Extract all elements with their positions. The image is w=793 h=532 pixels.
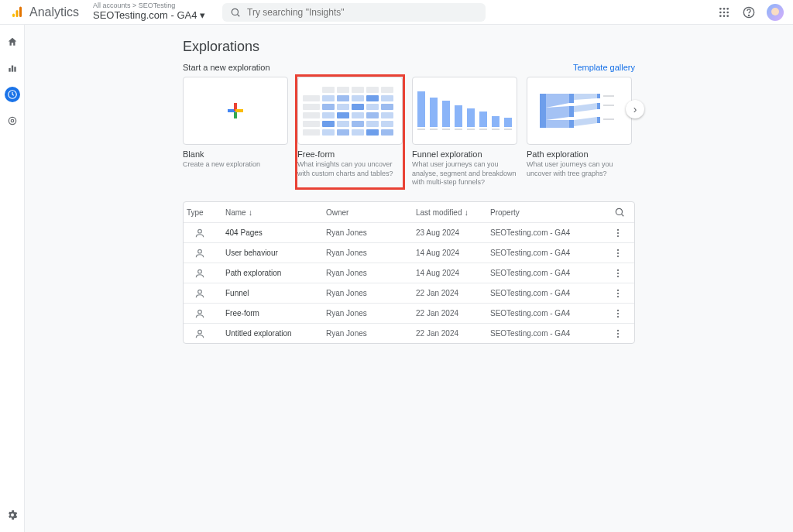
brand-name: Analytics — [29, 5, 79, 19]
table-search-icon[interactable] — [614, 207, 631, 218]
row-more-menu[interactable] — [613, 268, 631, 279]
template-gallery-link[interactable]: Template gallery — [573, 63, 635, 72]
svg-point-55 — [617, 309, 619, 311]
template-card-freeform[interactable]: Free-form What insights can you uncover … — [297, 77, 403, 187]
th-name[interactable]: Name↓ — [225, 208, 326, 217]
template-title: Path exploration — [527, 149, 632, 159]
svg-point-21 — [9, 117, 15, 124]
svg-rect-32 — [597, 117, 600, 123]
help-icon[interactable] — [742, 5, 756, 19]
svg-rect-26 — [540, 94, 546, 128]
template-thumb-freeform — [297, 77, 403, 145]
row-owner: Ryan Jones — [326, 289, 416, 297]
svg-rect-0 — [12, 13, 15, 17]
row-property: SEOTesting.com - GA4 — [490, 289, 603, 297]
template-card-path[interactable]: Path exploration What user journeys can … — [527, 77, 632, 187]
table-row[interactable]: Untitled explorationRyan Jones22 Jan 202… — [184, 323, 634, 343]
th-modified[interactable]: Last modified↓ — [416, 208, 490, 217]
template-thumb-blank — [183, 77, 288, 145]
svg-rect-35 — [603, 118, 614, 120]
search-bar[interactable] — [222, 3, 486, 22]
search-input[interactable] — [247, 7, 478, 18]
row-name: Free-form — [225, 309, 326, 317]
svg-point-60 — [617, 333, 619, 335]
svg-point-43 — [617, 249, 619, 250]
apps-icon[interactable] — [717, 5, 731, 19]
table-row[interactable]: 404 PagesRyan Jones23 Aug 2024SEOTesting… — [184, 222, 634, 242]
row-modified: 22 Jan 2024 — [416, 329, 490, 338]
svg-point-13 — [726, 15, 729, 17]
account-switcher[interactable]: All accounts > SEOTesting SEOTesting.com… — [93, 2, 205, 21]
svg-rect-28 — [569, 106, 574, 117]
row-owner: Ryan Jones — [326, 329, 416, 338]
page-title: Explorations — [183, 39, 635, 55]
svg-point-38 — [198, 229, 202, 233]
template-thumb-funnel — [412, 77, 517, 145]
person-icon — [187, 228, 205, 239]
template-title: Free-form — [297, 149, 403, 159]
svg-rect-30 — [597, 94, 600, 98]
row-name: User behaviour — [225, 249, 326, 257]
svg-point-45 — [617, 256, 619, 257]
row-more-menu[interactable] — [613, 288, 631, 299]
table-header: Type Name↓ Owner Last modified↓ Property — [184, 202, 634, 222]
row-modified: 14 Aug 2024 — [416, 249, 490, 257]
svg-rect-34 — [603, 105, 614, 106]
svg-point-57 — [617, 316, 619, 317]
row-name: Untitled exploration — [225, 329, 326, 338]
template-desc: What user journeys can you analyse, segm… — [412, 160, 517, 187]
nav-home-icon[interactable] — [5, 34, 20, 50]
template-card-funnel[interactable]: Funnel exploration What user journeys ca… — [412, 77, 517, 187]
svg-point-58 — [198, 330, 202, 334]
svg-line-37 — [622, 215, 624, 217]
nav-explore-icon[interactable] — [5, 87, 20, 102]
row-name: 404 Pages — [225, 228, 326, 237]
th-type[interactable]: Type — [187, 208, 225, 217]
main-content: Explorations Start a new exploration Tem… — [25, 25, 793, 532]
svg-point-53 — [617, 296, 619, 297]
svg-point-52 — [617, 293, 619, 294]
row-property: SEOTesting.com - GA4 — [490, 249, 603, 257]
th-property[interactable]: Property — [490, 208, 603, 217]
nav-advertising-icon[interactable] — [5, 113, 20, 129]
template-cards: Blank Create a new exploration — [183, 77, 635, 187]
template-desc: Create a new exploration — [183, 160, 288, 170]
search-icon — [230, 7, 241, 18]
svg-point-54 — [198, 310, 202, 314]
th-owner[interactable]: Owner — [326, 208, 416, 217]
table-row[interactable]: Path explorationRyan Jones14 Aug 2024SEO… — [184, 263, 634, 283]
table-row[interactable]: User behaviourRyan Jones14 Aug 2024SEOTe… — [184, 242, 634, 263]
sidebar-nav — [0, 25, 25, 532]
user-avatar[interactable] — [767, 4, 784, 21]
nav-admin-icon[interactable] — [5, 507, 20, 523]
row-name: Funnel — [225, 289, 326, 297]
template-desc: What user journeys can you uncover with … — [527, 160, 632, 178]
svg-rect-2 — [19, 6, 22, 17]
row-more-menu[interactable] — [613, 328, 631, 339]
template-card-blank[interactable]: Blank Create a new exploration — [183, 77, 288, 187]
table-body: 404 PagesRyan Jones23 Aug 2024SEOTesting… — [184, 222, 634, 343]
table-row[interactable]: Free-formRyan Jones22 Jan 2024SEOTesting… — [184, 303, 634, 323]
svg-point-44 — [617, 252, 619, 254]
template-title: Blank — [183, 149, 288, 159]
nav-reports-icon[interactable] — [5, 60, 20, 76]
person-icon — [187, 328, 205, 339]
person-icon — [187, 268, 205, 279]
row-more-menu[interactable] — [613, 248, 631, 259]
table-row[interactable]: FunnelRyan Jones22 Jan 2024SEOTesting.co… — [184, 283, 634, 303]
row-more-menu[interactable] — [613, 228, 631, 239]
svg-rect-27 — [569, 94, 574, 103]
person-icon — [187, 308, 205, 319]
svg-point-56 — [617, 313, 619, 314]
row-property: SEOTesting.com - GA4 — [490, 228, 603, 237]
svg-rect-17 — [11, 66, 12, 72]
row-more-menu[interactable] — [613, 308, 631, 319]
sort-down-icon: ↓ — [249, 208, 253, 217]
svg-rect-31 — [597, 103, 600, 109]
svg-point-46 — [198, 269, 202, 273]
row-modified: 23 Aug 2024 — [416, 228, 490, 237]
person-icon — [187, 288, 205, 299]
templates-scroll-right[interactable]: › — [626, 100, 644, 118]
person-icon — [187, 248, 205, 259]
svg-point-36 — [616, 208, 622, 215]
